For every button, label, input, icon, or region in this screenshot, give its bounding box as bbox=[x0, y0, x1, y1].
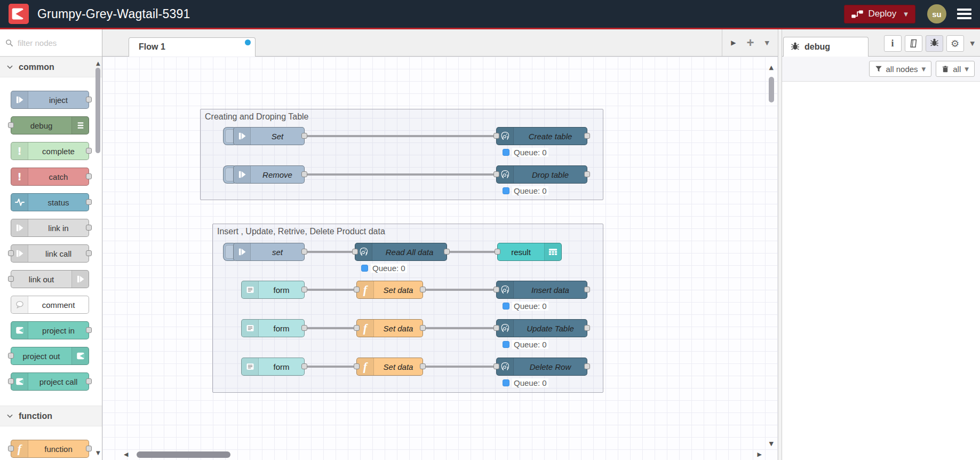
input-port[interactable] bbox=[493, 325, 499, 331]
input-port[interactable] bbox=[493, 363, 499, 369]
flow-node-form1[interactable]: form bbox=[241, 281, 305, 299]
input-port[interactable] bbox=[8, 378, 14, 384]
info-button[interactable]: i bbox=[884, 35, 902, 52]
input-port[interactable] bbox=[493, 171, 499, 177]
flow-node-update-table[interactable]: Update Table bbox=[496, 319, 587, 337]
input-port[interactable] bbox=[354, 363, 360, 369]
flow-node-create-table[interactable]: Create table bbox=[496, 127, 587, 145]
canvas-scroll-right-icon[interactable]: ▶ bbox=[758, 451, 762, 458]
output-port[interactable] bbox=[584, 171, 590, 177]
wire-set2-to-read-all[interactable] bbox=[307, 251, 353, 253]
flow-node-insert-data[interactable]: Insert data bbox=[496, 281, 587, 299]
wire-setdata1-to-insert-data[interactable] bbox=[425, 289, 494, 291]
palette-node-project-in[interactable]: project in bbox=[11, 321, 89, 339]
debug-messages-panel[interactable] bbox=[782, 82, 980, 460]
palette-node-function[interactable]: ffunction bbox=[11, 440, 89, 458]
flow-node-read-all[interactable]: Read All data bbox=[355, 243, 447, 261]
input-port[interactable] bbox=[493, 133, 499, 139]
output-port[interactable] bbox=[584, 325, 590, 331]
output-port[interactable] bbox=[86, 199, 92, 205]
add-flow-button[interactable]: + bbox=[747, 36, 754, 49]
expand-tabs-icon[interactable]: ▶ bbox=[731, 39, 736, 46]
palette-node-status[interactable]: status bbox=[11, 193, 89, 211]
output-port[interactable] bbox=[301, 171, 307, 177]
deploy-caret-icon[interactable]: ▼ bbox=[904, 11, 908, 17]
deploy-button[interactable]: Deploy ▼ bbox=[844, 5, 915, 23]
wire-setdata3-to-delete-row[interactable] bbox=[425, 366, 494, 368]
palette-node-link-call[interactable]: link call bbox=[11, 244, 89, 263]
output-port[interactable] bbox=[584, 133, 590, 139]
palette-node-project-call[interactable]: project call bbox=[11, 372, 89, 391]
wire-form1-to-setdata1[interactable] bbox=[307, 289, 354, 291]
input-port[interactable] bbox=[352, 249, 358, 255]
output-port[interactable] bbox=[86, 250, 92, 256]
palette-node-inject[interactable]: inject bbox=[11, 91, 89, 109]
input-port[interactable] bbox=[493, 287, 499, 292]
input-port[interactable] bbox=[8, 446, 14, 451]
palette-node-link-in[interactable]: link in bbox=[11, 219, 89, 237]
category-header-common[interactable]: common bbox=[0, 57, 102, 77]
output-port[interactable] bbox=[584, 287, 590, 292]
palette-search-input[interactable] bbox=[18, 38, 87, 47]
debug-button[interactable] bbox=[926, 35, 943, 52]
output-port[interactable] bbox=[86, 173, 92, 179]
canvas-scroll-down-icon[interactable]: ▼ bbox=[769, 440, 774, 447]
sidebar-caret-down-icon[interactable]: ▼ bbox=[970, 40, 975, 47]
palette-scroll-down-icon[interactable]: ▼ bbox=[96, 450, 100, 456]
output-port[interactable] bbox=[301, 287, 307, 292]
avatar[interactable]: su bbox=[927, 4, 946, 23]
output-port[interactable] bbox=[86, 378, 92, 384]
flow-node-remove1[interactable]: Remove bbox=[233, 165, 305, 184]
input-port[interactable] bbox=[495, 249, 500, 255]
input-port[interactable] bbox=[8, 353, 14, 359]
output-port[interactable] bbox=[86, 327, 92, 333]
output-port[interactable] bbox=[86, 148, 92, 154]
output-port[interactable] bbox=[584, 363, 590, 369]
output-port[interactable] bbox=[420, 287, 426, 292]
output-port[interactable] bbox=[86, 97, 92, 102]
palette-node-debug[interactable]: debug bbox=[11, 116, 89, 134]
flow-node-set2[interactable]: set bbox=[233, 243, 305, 261]
output-port[interactable] bbox=[86, 225, 92, 231]
config-nodes-button[interactable]: ⚙ bbox=[946, 35, 964, 52]
tab-debug[interactable]: debug bbox=[783, 37, 869, 57]
flow-node-drop-table[interactable]: Drop table bbox=[496, 165, 587, 184]
flow-node-form2[interactable]: form bbox=[241, 319, 305, 337]
output-port[interactable] bbox=[86, 446, 92, 451]
help-button[interactable] bbox=[905, 35, 922, 52]
tab-flow-1[interactable]: Flow 1 bbox=[129, 37, 256, 57]
flow-node-set1[interactable]: Set bbox=[233, 127, 305, 145]
palette-scrollbar-thumb[interactable] bbox=[95, 68, 100, 153]
wire-remove1-to-drop-table[interactable] bbox=[307, 173, 494, 176]
input-port[interactable] bbox=[8, 122, 14, 128]
tab-list-caret-icon[interactable]: ▼ bbox=[765, 39, 769, 46]
canvas-scroll-up-icon[interactable]: ▲ bbox=[769, 64, 774, 71]
output-port[interactable] bbox=[301, 133, 307, 139]
palette-node-complete[interactable]: !complete bbox=[11, 142, 89, 160]
palette-node-link-out[interactable]: link out bbox=[11, 270, 89, 288]
wire-read-all-to-result[interactable] bbox=[449, 251, 495, 253]
flow-canvas[interactable]: ▲ ▼ ◀ ▶ Creating and Droping TableInsert… bbox=[102, 57, 778, 460]
sidebar-splitter[interactable] bbox=[778, 29, 782, 460]
canvas-scroll-left-icon[interactable]: ◀ bbox=[124, 451, 128, 458]
palette-node-comment[interactable]: comment bbox=[11, 296, 89, 314]
flow-node-delete-row[interactable]: Delete Row bbox=[496, 358, 587, 376]
canvas-vscrollbar-thumb[interactable] bbox=[769, 77, 774, 102]
output-port[interactable] bbox=[420, 325, 426, 331]
input-port[interactable] bbox=[8, 250, 14, 256]
flow-node-setdata3[interactable]: fSet data bbox=[356, 358, 423, 376]
input-port[interactable] bbox=[354, 287, 360, 292]
output-port[interactable] bbox=[301, 363, 307, 369]
category-header-function[interactable]: function bbox=[0, 406, 102, 426]
filter-nodes-button[interactable]: all nodes ▼ bbox=[869, 61, 932, 77]
clear-messages-button[interactable]: all ▼ bbox=[936, 61, 975, 77]
input-port[interactable] bbox=[354, 325, 360, 331]
palette-search[interactable] bbox=[0, 29, 102, 57]
wire-setdata2-to-update-table[interactable] bbox=[425, 327, 494, 329]
wire-form2-to-setdata2[interactable] bbox=[307, 327, 354, 329]
output-port[interactable] bbox=[444, 249, 450, 255]
wire-form3-to-setdata3[interactable] bbox=[307, 366, 354, 368]
output-port[interactable] bbox=[420, 363, 426, 369]
flow-node-setdata1[interactable]: fSet data bbox=[356, 281, 423, 299]
flow-node-setdata2[interactable]: fSet data bbox=[356, 319, 423, 337]
